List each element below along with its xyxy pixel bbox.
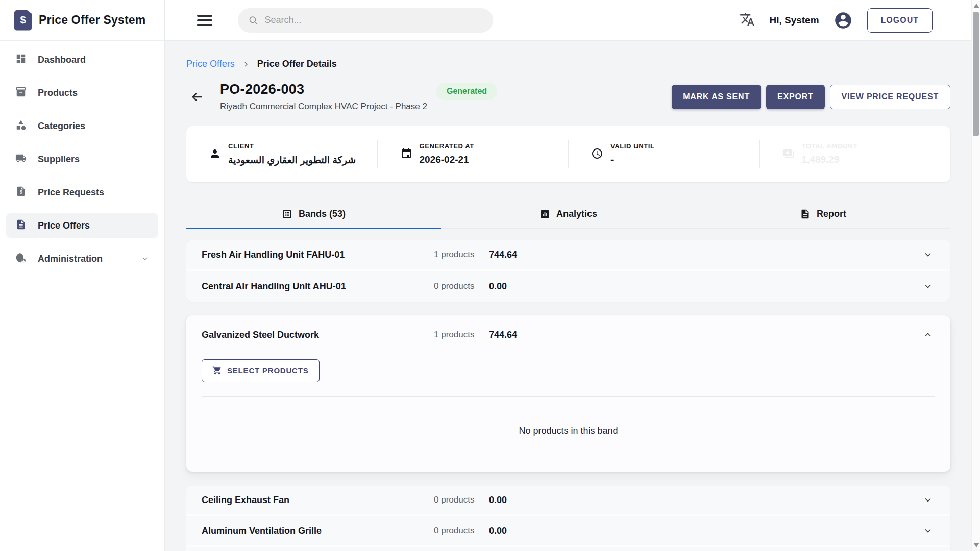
band-products-count: 0 products xyxy=(434,525,489,536)
search-input[interactable] xyxy=(264,15,483,26)
band-row[interactable]: Fresh Air Handling Unit FAHU-01 1 produc… xyxy=(186,240,950,271)
admin-icon xyxy=(15,252,27,266)
band-products-count: 1 products xyxy=(434,249,489,260)
select-products-label: SELECT PRODUCTS xyxy=(227,366,309,375)
total-amount-value: 1,489.29 xyxy=(802,154,857,165)
logout-button[interactable]: LOGOUT xyxy=(867,8,933,33)
back-button[interactable] xyxy=(186,86,208,108)
band-expanded-card: Galvanized Steel Ductwork 1 products 744… xyxy=(186,315,950,472)
band-name: Aluminum Ventilation Grille xyxy=(202,525,434,536)
view-price-request-button[interactable]: VIEW PRICE REQUEST xyxy=(830,85,950,109)
export-button[interactable]: EXPORT xyxy=(766,85,825,109)
cart-icon xyxy=(212,366,222,375)
app-title: Price Offer System xyxy=(39,13,145,27)
band-row[interactable]: Central Air Handling Unit AHU-01 0 produ… xyxy=(186,271,950,302)
tab-label: Report xyxy=(817,209,846,219)
page-scrollbar[interactable] xyxy=(971,0,980,551)
tab-label: Analytics xyxy=(556,209,597,219)
band-name: Galvanized Steel Ductwork xyxy=(202,330,434,340)
inventory-icon xyxy=(15,86,27,100)
band-expanded-body: SELECT PRODUCTSNo products in this band xyxy=(186,354,950,472)
valid-until-value: - xyxy=(610,154,655,165)
info-label: GENERATED AT xyxy=(420,142,474,150)
chevron-right-icon xyxy=(242,60,250,68)
band-group: Fresh Air Handling Unit FAHU-01 1 produc… xyxy=(186,240,950,302)
person-icon xyxy=(209,142,221,166)
sidebar-item-administration[interactable]: Administration xyxy=(6,246,158,271)
sidebar-item-price-offers[interactable]: Price Offers xyxy=(6,213,158,238)
topbar: Hi, System LOGOUT xyxy=(165,0,971,41)
band-row[interactable]: Aluminum Ventilation Grille 0 products 0… xyxy=(186,516,950,547)
info-total-amount: TOTAL AMOUNT 1,489.29 xyxy=(760,140,951,168)
band-row[interactable]: Ceiling Exhaust Fan 0 products 0.00 xyxy=(186,486,950,516)
info-generated-at: GENERATED AT 2026-02-21 xyxy=(377,140,569,168)
band-amount: 744.64 xyxy=(489,249,517,260)
band-amount: 0.00 xyxy=(489,525,507,536)
clock-icon xyxy=(591,142,603,166)
tab-bands[interactable]: Bands (53) xyxy=(186,199,441,228)
band-row[interactable]: Galvanized Steel Ductwork 1 products 744… xyxy=(186,315,950,354)
truck-icon xyxy=(15,153,27,166)
sidebar-item-dashboard[interactable]: Dashboard xyxy=(6,47,158,72)
info-client: CLIENT شركة التطوير العقاري السعودية xyxy=(186,140,377,168)
payments-icon xyxy=(782,142,795,166)
tab-analytics[interactable]: Analytics xyxy=(441,199,696,228)
sidebar-item-label: Categories xyxy=(38,121,85,132)
scroll-down-icon[interactable] xyxy=(973,543,979,547)
scrollbar-thumb[interactable] xyxy=(973,12,979,136)
chevron-icon[interactable] xyxy=(923,525,933,536)
band-products-count: 1 products xyxy=(434,330,489,340)
select-products-button[interactable]: SELECT PRODUCTS xyxy=(202,359,320,382)
band-row[interactable]: Chilled Water Pump 0 products 0.00 xyxy=(186,547,950,551)
search-icon xyxy=(248,15,258,26)
arrow-back-icon xyxy=(190,90,204,104)
breadcrumb-price-offers-link[interactable]: Price Offers xyxy=(186,59,235,69)
sidebar-item-price-requests[interactable]: Price Requests xyxy=(6,180,158,205)
band-amount: 744.64 xyxy=(489,330,517,340)
scroll-up-icon[interactable] xyxy=(973,4,979,8)
band-amount: 0.00 xyxy=(489,495,507,506)
band-products-count: 0 products xyxy=(434,281,489,291)
breadcrumb-current: Price Offer Details xyxy=(257,59,337,69)
request-quote-icon xyxy=(15,186,27,199)
category-icon xyxy=(15,119,27,133)
mark-as-sent-button[interactable]: MARK AS SENT xyxy=(672,85,761,109)
sidebar-item-label: Products xyxy=(38,88,78,98)
price-offer-icon xyxy=(15,219,27,233)
sidebar-item-label: Administration xyxy=(38,254,103,264)
chevron-icon[interactable] xyxy=(923,281,933,291)
chevron-icon[interactable] xyxy=(923,495,933,505)
band-name: Fresh Air Handling Unit FAHU-01 xyxy=(202,249,434,260)
tab-report[interactable]: Report xyxy=(696,199,950,228)
sidebar-nav: Dashboard Products Categories Suppliers … xyxy=(0,41,164,271)
sidebar-item-categories[interactable]: Categories xyxy=(6,113,158,139)
translate-icon[interactable] xyxy=(740,12,755,29)
band-amount: 0.00 xyxy=(489,281,507,292)
main-content: Price Offers Price Offer Details PO-2026… xyxy=(165,41,971,551)
chevron-down-icon xyxy=(141,255,149,263)
app-logo-icon: $ xyxy=(14,10,32,31)
tab-bar: Bands (53) Analytics Report xyxy=(186,199,950,229)
page-header: PO-2026-003 Riyadh Commercial Complex HV… xyxy=(186,82,950,112)
client-name: شركة التطوير العقاري السعودية xyxy=(228,154,356,166)
sidebar-item-label: Dashboard xyxy=(38,55,86,65)
bands-list: Fresh Air Handling Unit FAHU-01 1 produc… xyxy=(186,240,950,551)
empty-band-message: No products in this band xyxy=(202,397,935,457)
calendar-icon xyxy=(400,142,412,166)
offer-info-card: CLIENT شركة التطوير العقاري السعودية GEN… xyxy=(186,126,950,182)
report-icon xyxy=(800,209,811,219)
chevron-icon[interactable] xyxy=(923,249,933,260)
sidebar: $ Price Offer System Dashboard Products … xyxy=(0,0,165,551)
tab-label: Bands (53) xyxy=(299,209,346,219)
band-name: Ceiling Exhaust Fan xyxy=(202,495,434,506)
search-box[interactable] xyxy=(238,8,493,33)
sidebar-item-suppliers[interactable]: Suppliers xyxy=(6,146,158,172)
sidebar-item-products[interactable]: Products xyxy=(6,80,158,106)
info-label: TOTAL AMOUNT xyxy=(802,142,857,150)
app-logo-row: $ Price Offer System xyxy=(0,0,164,41)
avatar[interactable] xyxy=(834,11,853,30)
band-products-count: 0 products xyxy=(434,495,489,505)
menu-icon[interactable] xyxy=(197,15,212,26)
info-label: CLIENT xyxy=(228,142,356,150)
chevron-up-icon[interactable] xyxy=(923,330,933,340)
